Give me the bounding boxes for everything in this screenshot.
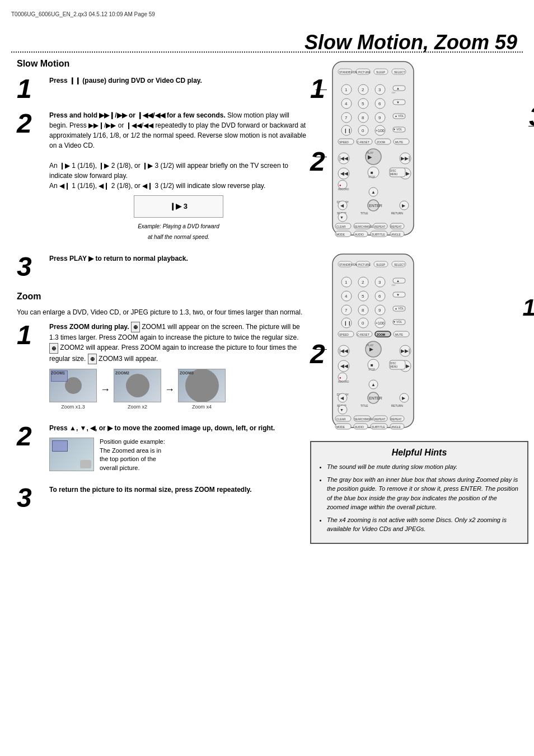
zoom-thumb3-wrap: ZOOM3 Zoom x4	[178, 369, 226, 411]
svg-text:4: 4	[345, 101, 348, 106]
svg-text:◀◀: ◀◀	[340, 171, 348, 176]
svg-text:CLEAR: CLEAR	[336, 225, 346, 228]
svg-text:SUBTITLE: SUBTITLE	[372, 233, 386, 236]
position-guide-inner	[52, 440, 68, 452]
zoom-thumb2: ZOOM2	[114, 369, 161, 402]
svg-text:▶: ▶	[402, 396, 406, 401]
zoom-step2: 2 Press ▲, ▼, ◀, or ▶ to move the zoomed…	[17, 423, 308, 477]
step1-number: 1	[17, 76, 45, 102]
svg-text:0: 0	[362, 128, 364, 133]
svg-text:▲ VOL: ▲ VOL	[395, 307, 404, 310]
svg-text:SUBTITLE: SUBTITLE	[372, 425, 386, 429]
zoom-intro: You can enlarge a DVD, Video CD, or JPEG…	[17, 308, 308, 316]
svg-text:TITLE: TITLE	[360, 404, 368, 407]
svg-text:SEARCH/MODE: SEARCH/MODE	[354, 226, 373, 228]
slow-motion-step1: 1 Press ❙❙ (pause) during DVD or Video C…	[17, 76, 308, 102]
svg-text:STOP: STOP	[368, 368, 375, 371]
svg-text:▶▶|: ▶▶|	[401, 156, 410, 161]
zoom-step1: 1 Press ZOOM during play. ⊕ ZOOM1 will a…	[17, 322, 308, 415]
svg-text:ENTER: ENTER	[369, 204, 382, 208]
zoom-thumbs-row: ZOOM1 Zoom x1.3 → ZOOM2 Zoo	[49, 369, 308, 411]
helpful-hints-box: Helpful Hints The sound will be mute dur…	[310, 441, 528, 544]
content-left: Slow Motion 1 Press ❙❙ (pause) during DV…	[17, 59, 308, 519]
page-title: Slow Motion, Zoom 59	[305, 31, 517, 54]
svg-text:6: 6	[378, 101, 381, 106]
line3	[528, 126, 534, 126]
svg-text:MODE: MODE	[336, 425, 345, 429]
svg-text:6: 6	[378, 294, 381, 299]
svg-text:3: 3	[378, 280, 381, 285]
svg-text:REPEAT: REPEAT	[374, 225, 386, 228]
arrow1: →	[100, 382, 110, 397]
svg-text:SPEED: SPEED	[339, 140, 349, 144]
svg-text:5: 5	[362, 294, 364, 299]
position-guide-img	[49, 438, 94, 471]
slow-motion-step3: 3 Press PLAY ▶ to return to normal playb…	[17, 253, 308, 280]
svg-text:CLEAR: CLEAR	[336, 417, 346, 421]
example-caption1: Example: Playing a DVD forward	[49, 222, 308, 231]
step3-slow-text: Press PLAY ▶ to return to normal playbac…	[49, 255, 188, 262]
svg-text:◀: ◀	[340, 396, 344, 401]
zoom-step1-number: 1	[17, 322, 45, 349]
svg-text:PLAY: PLAY	[367, 344, 374, 347]
svg-text:2: 2	[362, 280, 364, 285]
svg-text:7: 7	[345, 115, 348, 120]
zoom-icon1: ⊕	[131, 323, 140, 331]
svg-text:PLAY: PLAY	[367, 151, 374, 154]
zoom-heading: Zoom	[17, 292, 308, 302]
svg-text:MUTE: MUTE	[395, 333, 404, 336]
svg-text:CH: CH	[392, 284, 395, 287]
step3-slow-content: Press PLAY ▶ to return to normal playbac…	[49, 253, 188, 264]
file-info: T0006UG_6006UG_EN_2.qx3 04.5.12 10:09 AM…	[11, 11, 155, 17]
example-display: ❙▶ 3	[134, 195, 223, 218]
zoom-icon-box2: ⊕	[49, 343, 58, 354]
remote-top-wrap: 1 2 3 STANDBY/ON PICTURE SLEEP SELECT 1 …	[327, 59, 528, 240]
zoom-step3: 3 To return the picture to its normal si…	[17, 485, 308, 511]
svg-text:◀: ◀	[340, 203, 344, 208]
svg-text:▼: ▼	[340, 215, 344, 219]
svg-text:REPEAT: REPEAT	[391, 417, 402, 421]
svg-text:3: 3	[378, 87, 381, 92]
guide-text2: The Zoomed area is in	[100, 447, 161, 454]
svg-text:❙❙: ❙❙	[344, 321, 352, 326]
svg-text:REPEAT: REPEAT	[391, 225, 402, 228]
svg-text:▲: ▲	[371, 190, 376, 195]
svg-text:1: 1	[345, 87, 348, 92]
svg-text:RECORD: RECORD	[338, 381, 349, 383]
svg-text:SELECT: SELECT	[394, 263, 405, 266]
svg-text:CH: CH	[392, 91, 395, 94]
svg-text:PICTURE: PICTURE	[358, 71, 371, 74]
step2-content: Press and hold ▶▶❙/▶▶ or ❙◀◀/◀◀ for a fe…	[49, 110, 308, 246]
hint-item-1: The sound will be mute during slow motio…	[327, 462, 521, 472]
zoom-step3-number: 3	[17, 485, 45, 511]
svg-text:|◀◀: |◀◀	[339, 156, 348, 161]
zoom-icon-box1: ⊕	[131, 322, 140, 332]
helpful-hints-title: Helpful Hints	[318, 448, 521, 458]
remote-bottom-step2: 2	[310, 341, 325, 368]
svg-text:▶▶|: ▶▶|	[401, 348, 410, 354]
svg-text:▼: ▼	[396, 101, 400, 104]
svg-text:+100: +100	[376, 321, 385, 325]
svg-text:C-RESET: C-RESET	[357, 333, 369, 336]
zoom-step1-content: Press ZOOM during play. ⊕ ZOOM1 will app…	[49, 322, 308, 415]
svg-text:ZOOM: ZOOM	[377, 333, 385, 336]
svg-text:RETURN: RETURN	[391, 404, 403, 407]
svg-text:▶: ▶	[402, 203, 406, 208]
hint-item-3: The x4 zooming is not active with some D…	[327, 515, 521, 534]
step2-note2: An ◀❙ 1 (1/16), ◀❙ 2 (1/8), or ◀❙ 3 (1/2…	[49, 182, 265, 190]
svg-text:▼ VOL: ▼ VOL	[393, 320, 402, 323]
guide-text4: overall picture.	[100, 464, 140, 471]
svg-text:MENU: MENU	[390, 365, 397, 368]
svg-text:STANDBY/ON: STANDBY/ON	[339, 263, 358, 266]
svg-text:❙❙: ❙❙	[344, 128, 352, 133]
svg-text:RECORD: RECORD	[338, 188, 349, 191]
remote-top-step1: 1	[310, 76, 325, 102]
svg-text:ENTER: ENTER	[369, 396, 382, 400]
zoom-step1-bold: Press ZOOM during play.	[49, 323, 129, 331]
svg-text:SEARCH/MODE: SEARCH/MODE	[354, 418, 373, 421]
zoom-thumb1: ZOOM1	[49, 369, 97, 402]
svg-text:+100: +100	[376, 129, 385, 133]
line-b2	[316, 349, 327, 350]
zoom4-label: Zoom x4	[178, 403, 226, 411]
header: T0006UG_6006UG_EN_2.qx3 04.5.12 10:09 AM…	[11, 11, 523, 17]
